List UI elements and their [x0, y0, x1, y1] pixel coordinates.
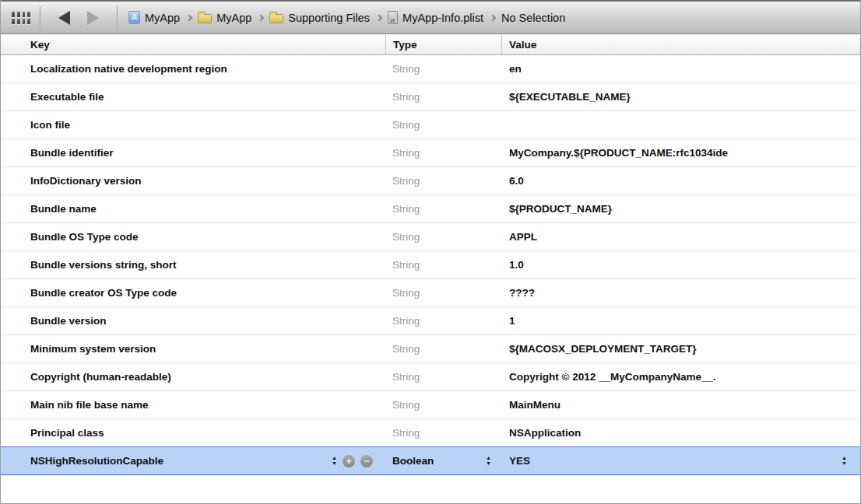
table-row[interactable]: Main nib file base name ▲▼ + − String ▲▼… — [1, 391, 860, 419]
row-value: ???? — [509, 287, 535, 299]
row-value: APPL — [509, 231, 537, 243]
row-value: NSApplication — [509, 427, 581, 439]
key-stepper-icon[interactable]: ▲▼ — [332, 456, 337, 466]
table-row[interactable]: InfoDictionary version ▲▼ + − String ▲▼ … — [1, 167, 860, 195]
breadcrumb-item[interactable]: MyApp — [198, 12, 251, 24]
forward-button[interactable] — [87, 11, 99, 25]
row-value: ${EXECUTABLE_NAME} — [509, 91, 631, 103]
toolbar-separator — [40, 6, 40, 30]
row-key: Bundle creator OS Type code — [30, 287, 177, 299]
table-row[interactable]: Bundle creator OS Type code ▲▼ + − Strin… — [1, 279, 860, 307]
row-type: Boolean — [392, 455, 434, 467]
column-header-type[interactable]: Type — [385, 34, 501, 54]
row-type: String — [392, 427, 420, 439]
folder-icon — [198, 14, 212, 23]
add-row-button[interactable]: + — [343, 455, 355, 467]
row-key: Bundle OS Type code — [30, 231, 139, 243]
table-row[interactable]: Localization native development region ▲… — [1, 55, 860, 83]
column-header-key[interactable]: Key — [1, 34, 385, 54]
jump-bar: MyApp MyApp Supporting Files MyApp-Info.… — [1, 0, 860, 34]
related-items-icon[interactable] — [12, 12, 30, 24]
chevron-right-icon — [186, 14, 192, 20]
row-key: Copyright (human-readable) — [30, 371, 171, 383]
row-value: MainMenu — [509, 399, 561, 411]
table-row[interactable]: Bundle identifier ▲▼ + − String ▲▼ MyCom… — [1, 139, 860, 167]
row-type: String — [392, 315, 420, 327]
table-row[interactable]: Bundle version ▲▼ + − String ▲▼ 1 ▲▼ — [1, 307, 860, 335]
row-key: InfoDictionary version — [30, 175, 142, 187]
breadcrumb-label: MyApp — [216, 12, 251, 24]
row-key: Principal class — [30, 427, 104, 439]
breadcrumb-label: MyApp — [145, 12, 180, 24]
app-icon — [128, 11, 140, 24]
breadcrumb-item[interactable]: MyApp-Info.plist — [388, 11, 483, 24]
remove-row-button[interactable]: − — [360, 455, 373, 467]
row-type: String — [392, 287, 420, 299]
row-key: Bundle versions string, short — [30, 259, 177, 271]
row-value: 1 — [509, 315, 515, 327]
table-row[interactable]: Bundle OS Type code ▲▼ + − String ▲▼ APP… — [1, 223, 860, 251]
row-type: String — [392, 203, 420, 215]
row-value: ${MACOSX_DEPLOYMENT_TARGET} — [509, 343, 697, 355]
row-key: Executable file — [30, 91, 104, 103]
row-key: Main nib file base name — [30, 399, 149, 411]
plist-editor-window: MyApp MyApp Supporting Files MyApp-Info.… — [0, 0, 861, 504]
row-value: Copyright © 2012 __MyCompanyName__. — [509, 371, 716, 383]
row-value: YES — [509, 455, 530, 467]
row-type: String — [392, 91, 420, 103]
toolbar-separator — [117, 6, 118, 30]
breadcrumb-item[interactable]: No Selection — [501, 12, 565, 24]
breadcrumb-item[interactable]: Supporting Files — [269, 12, 370, 24]
row-type: String — [392, 343, 420, 355]
row-type: String — [392, 175, 420, 187]
back-button[interactable] — [58, 11, 70, 25]
value-stepper-icon[interactable]: ▲▼ — [842, 456, 847, 466]
row-key: Icon file — [30, 119, 70, 131]
row-type: String — [392, 259, 420, 271]
empty-area — [1, 475, 860, 503]
table-header: Key Type Value — [1, 34, 860, 55]
row-type: String — [392, 147, 420, 159]
row-value: ${PRODUCT_NAME} — [509, 203, 612, 215]
row-type: String — [392, 63, 420, 75]
row-type: String — [392, 119, 420, 131]
table-row[interactable]: Minimum system version ▲▼ + − String ▲▼ … — [1, 335, 860, 363]
breadcrumb: MyApp MyApp Supporting Files MyApp-Info.… — [128, 11, 565, 24]
type-stepper-icon[interactable]: ▲▼ — [486, 456, 491, 466]
table-row[interactable]: Bundle versions string, short ▲▼ + − Str… — [1, 251, 860, 279]
row-key: NSHighResolutionCapable — [30, 455, 163, 467]
row-key: Bundle version — [30, 315, 107, 327]
row-value: MyCompany.${PRODUCT_NAME:rfc1034ide — [509, 147, 728, 159]
plist-icon — [388, 11, 398, 24]
row-key: Minimum system version — [30, 343, 156, 355]
breadcrumb-label: No Selection — [501, 12, 565, 24]
table-row[interactable]: Executable file ▲▼ + − String ▲▼ ${EXECU… — [1, 83, 860, 111]
row-value: 1.0 — [509, 259, 524, 271]
row-key: Bundle name — [30, 203, 97, 215]
row-type: String — [392, 371, 420, 383]
row-type: String — [392, 399, 420, 411]
row-value: 6.0 — [509, 175, 524, 187]
breadcrumb-label: MyApp-Info.plist — [402, 12, 483, 24]
table-row[interactable]: Principal class ▲▼ + − String ▲▼ NSAppli… — [1, 419, 860, 447]
breadcrumb-item[interactable]: MyApp — [128, 11, 180, 24]
column-header-value[interactable]: Value — [501, 34, 860, 54]
table-row[interactable]: Copyright (human-readable) ▲▼ + − String… — [1, 363, 860, 391]
row-key: Localization native development region — [30, 63, 227, 75]
chevron-right-icon — [376, 14, 382, 20]
chevron-right-icon — [258, 14, 264, 20]
row-type: String — [392, 231, 420, 243]
plist-table-body: Localization native development region ▲… — [1, 55, 860, 475]
table-row[interactable]: Icon file ▲▼ + − String ▲▼ ▲▼ — [1, 111, 860, 139]
table-row[interactable]: NSHighResolutionCapable ▲▼ + − Boolean ▲… — [1, 446, 860, 475]
breadcrumb-label: Supporting Files — [288, 12, 370, 24]
row-value: en — [509, 63, 522, 75]
row-key: Bundle identifier — [30, 147, 114, 159]
folder-icon — [269, 14, 283, 23]
chevron-right-icon — [490, 14, 496, 20]
table-row[interactable]: Bundle name ▲▼ + − String ▲▼ ${PRODUCT_N… — [1, 195, 860, 223]
